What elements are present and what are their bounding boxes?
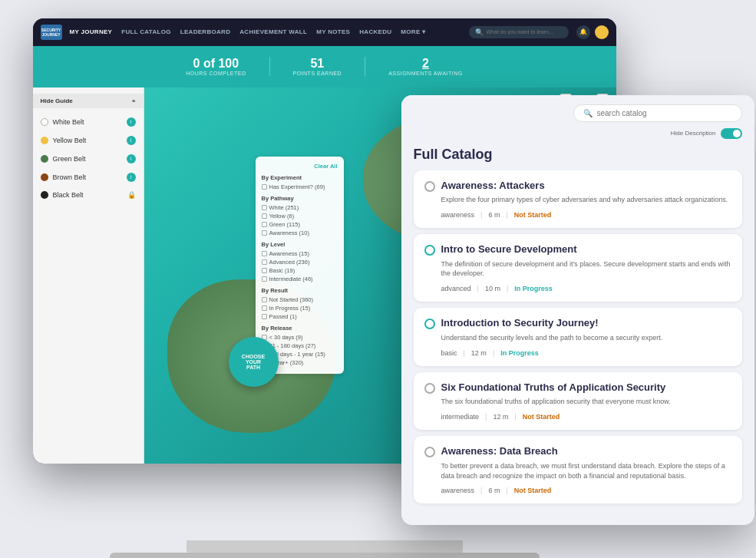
nav-leaderboard[interactable]: LEADERBOARD [180, 28, 231, 35]
catalog-item-3[interactable]: Six Foundational Truths of Application S… [414, 372, 742, 430]
stat-hours-label: Hours completed [186, 71, 246, 76]
choose-path-label: CHOOSEYOURPATH [242, 354, 265, 370]
brown-belt-info-icon[interactable]: i [127, 173, 136, 182]
filter-basic-checkbox[interactable] [262, 268, 267, 273]
filter-30-days-label: < 30 days (9) [269, 334, 303, 341]
catalog-item-4[interactable]: Awareness: Data Breach To better prevent… [414, 436, 742, 504]
filter-passed-label: Passed (1) [269, 313, 297, 320]
filter-green-checkbox[interactable] [262, 222, 267, 227]
search-icon: 🔍 [475, 28, 484, 36]
filter-by-level-title: By Level [262, 241, 338, 248]
stat-assignments[interactable]: 2 Assignments Awaiting [365, 57, 486, 76]
filter-white-checkbox[interactable] [262, 205, 267, 210]
filter-advanced[interactable]: Advanced (236) [262, 259, 338, 266]
filter-in-progress[interactable]: In Progress (15) [262, 305, 338, 312]
catalog-item-0-title: Awareness: Attackers [441, 180, 545, 193]
white-belt-label: White Belt [53, 118, 84, 126]
nav-items: MY JOURNEY FULL CATALOG LEADERBOARD ACHI… [70, 28, 461, 35]
filter-awareness-pathway-checkbox[interactable] [262, 230, 267, 236]
filter-30-days[interactable]: < 30 days (9) [262, 334, 338, 341]
hide-guide-button[interactable]: Hide Guide « [33, 94, 144, 108]
stat-points-value: 51 [310, 57, 324, 71]
yellow-belt-info-icon[interactable]: i [127, 136, 136, 145]
catalog-item-3-status: Not Started [523, 413, 560, 421]
laptop-base [110, 553, 540, 559]
green-belt-info-icon[interactable]: i [127, 154, 136, 163]
nav-search[interactable]: 🔍 [469, 26, 569, 38]
scene: SECURITYJOURNEY MY JOURNEY FULL CATALOG … [33, 18, 724, 540]
catalog-item-3-status-circle [424, 383, 435, 394]
filter-not-started-checkbox[interactable] [262, 297, 267, 302]
belt-left-yellow: Yellow Belt [41, 137, 87, 144]
filter-passed[interactable]: Passed (1) [262, 313, 338, 320]
catalog-item-0-time: 6 m [488, 211, 500, 219]
nav-more[interactable]: MORE ▾ [401, 28, 425, 35]
catalog-item-1-status: In Progress [514, 285, 553, 292]
belt-left-green: Green Belt [41, 155, 86, 163]
stat-assignments-value[interactable]: 2 [422, 57, 429, 71]
filter-31-180-days-label: 31 - 180 days (27) [269, 342, 316, 349]
filter-advanced-checkbox[interactable] [262, 259, 267, 265]
filter-has-experiment[interactable]: Has Experiment? (69) [262, 183, 338, 190]
filter-intermediate[interactable]: Intermediate (46) [262, 276, 338, 282]
filter-clear-all-button[interactable]: Clear All [262, 163, 338, 170]
catalog-item-4-status-circle [424, 447, 435, 457]
catalog-item-3-header: Six Foundational Truths of Application S… [424, 381, 731, 395]
nav-hackedu[interactable]: HACKEDU [359, 28, 391, 35]
filter-advanced-label: Advanced (236) [269, 259, 310, 266]
catalog-item-2[interactable]: Introduction to Security Journey! Unders… [414, 308, 742, 365]
user-avatar[interactable] [595, 25, 609, 39]
filter-basic[interactable]: Basic (19) [262, 267, 338, 274]
sidebar-item-green-belt[interactable]: Green Belt i [33, 150, 144, 168]
filter-in-progress-checkbox[interactable] [262, 305, 267, 311]
nav-my-journey[interactable]: MY JOURNEY [70, 28, 113, 35]
belt-left-brown: Brown Belt [41, 173, 87, 181]
hide-description-toggle[interactable] [721, 128, 742, 139]
catalog-search-icon: 🔍 [583, 109, 593, 117]
catalog-header: 🔍 [401, 95, 754, 128]
nav-icons: 🔔 [576, 25, 609, 39]
black-belt-dot [41, 191, 48, 199]
nav-achievement-wall[interactable]: ACHIEVEMENT WALL [239, 28, 307, 35]
catalog-item-0[interactable]: Awareness: Attackers Explore the four pr… [414, 170, 742, 228]
filter-awareness-level-checkbox[interactable] [262, 251, 267, 256]
catalog-item-2-header: Introduction to Security Journey! [424, 317, 731, 330]
filter-green[interactable]: Green (115) [262, 221, 338, 228]
catalog-item-4-header: Awareness: Data Breach [424, 445, 731, 458]
catalog-item-2-meta: basic | 12 m | In Progress [424, 349, 731, 357]
filter-awareness-level[interactable]: Awareness (15) [262, 250, 338, 257]
filter-yellow[interactable]: Yellow (6) [262, 213, 338, 220]
filter-by-pathway-title: By Pathway [262, 195, 338, 202]
catalog-item-4-level: awareness [441, 487, 475, 494]
sidebar-item-yellow-belt[interactable]: Yellow Belt i [33, 131, 144, 150]
brown-belt-label: Brown Belt [53, 173, 87, 181]
filter-white[interactable]: White (251) [262, 204, 338, 211]
filter-passed-checkbox[interactable] [262, 314, 267, 319]
filter-intermediate-checkbox[interactable] [262, 276, 267, 282]
catalog-search[interactable]: 🔍 [573, 104, 742, 122]
sidebar-item-white-belt[interactable]: White Belt i [33, 113, 144, 131]
stat-hours: 0 of 100 Hours completed [163, 57, 269, 76]
nav-my-notes[interactable]: MY NOTES [316, 28, 350, 35]
filter-by-release-title: By Release [262, 325, 338, 332]
catalog-item-0-level: awareness [441, 211, 475, 219]
filter-awareness-pathway[interactable]: Awareness (10) [262, 229, 338, 236]
sidebar-item-black-belt[interactable]: Black Belt 🔒 [33, 187, 144, 203]
catalog-search-input[interactable] [597, 109, 732, 117]
nav-search-input[interactable] [487, 29, 563, 35]
white-belt-info-icon[interactable]: i [127, 117, 136, 127]
notification-bell[interactable]: 🔔 [576, 25, 590, 39]
filter-yellow-checkbox[interactable] [262, 213, 267, 219]
stat-hours-value: 0 of 100 [193, 57, 239, 71]
filter-has-experiment-checkbox[interactable] [262, 184, 267, 190]
filter-by-experiment-title: By Experiment [262, 174, 338, 181]
sidebar-item-brown-belt[interactable]: Brown Belt i [33, 168, 144, 187]
nav-full-catalog[interactable]: FULL CATALOG [121, 28, 170, 35]
choose-path-button[interactable]: CHOOSEYOURPATH [229, 337, 279, 387]
catalog-item-0-status-circle [424, 181, 435, 192]
catalog-item-4-status: Not Started [514, 487, 552, 494]
filter-yellow-label: Yellow (6) [269, 213, 295, 220]
catalog-item-1[interactable]: Intro to Secure Development The definiti… [414, 234, 742, 302]
logo-icon: SECURITYJOURNEY [41, 25, 62, 40]
filter-not-started[interactable]: Not Started (360) [262, 296, 338, 303]
